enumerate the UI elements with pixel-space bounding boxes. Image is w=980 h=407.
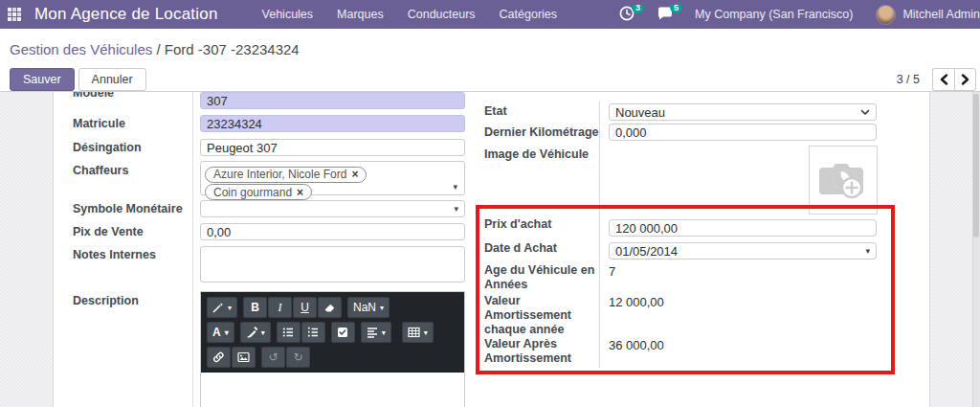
vertical-scrollbar[interactable] bbox=[972, 92, 980, 407]
font-color-button[interactable]: A ▾ bbox=[207, 322, 234, 343]
italic-button[interactable]: I bbox=[268, 297, 292, 318]
breadcrumb-separator: / bbox=[156, 41, 160, 57]
field-label-amortissement: Valeur Amortissement chaque année bbox=[484, 294, 603, 337]
tag-label: Azure Interior, Nicole Ford bbox=[213, 168, 346, 181]
pager-next-button[interactable] bbox=[954, 68, 976, 91]
editor-toolbar: ▾ B I U NaN bbox=[201, 292, 464, 372]
bold-button[interactable]: B bbox=[243, 297, 267, 318]
paragraph-align-button[interactable]: ▾ bbox=[361, 322, 391, 343]
field-label-symbole: Symbole Monétaire bbox=[73, 202, 191, 216]
matricule-input[interactable] bbox=[200, 115, 465, 132]
breadcrumb: Gestion des Véhicules / Ford -307 -23234… bbox=[10, 41, 300, 57]
pager-value: 3 / 5 bbox=[897, 73, 920, 86]
field-label-image: Image de Véhicule bbox=[484, 147, 603, 162]
cancel-button[interactable]: Annuler bbox=[78, 68, 146, 91]
apps-menu-icon[interactable] bbox=[0, 0, 29, 29]
undo-button[interactable]: ↺ bbox=[261, 347, 285, 368]
dernier-kilometrage-input[interactable] bbox=[609, 124, 877, 141]
chauffeur-tag[interactable]: Coin gourmand × bbox=[205, 184, 312, 200]
tag-remove-icon[interactable]: × bbox=[351, 168, 358, 181]
pager-previous-button[interactable] bbox=[932, 68, 954, 91]
vehicle-image-upload[interactable] bbox=[809, 146, 878, 215]
navbar-right: 3 5 My Company (San Francisco) Mitchell … bbox=[618, 5, 980, 25]
date-achat-input[interactable]: 01/05/2014 ▾ bbox=[609, 242, 877, 260]
date-achat-value: 01/05/2014 bbox=[615, 244, 865, 259]
insert-image-button[interactable] bbox=[232, 347, 256, 368]
breadcrumb-link[interactable]: Gestion des Véhicules bbox=[10, 41, 152, 57]
tag-remove-icon[interactable]: × bbox=[297, 186, 303, 199]
user-avatar[interactable] bbox=[876, 5, 896, 25]
menu-item-categories[interactable]: Catégories bbox=[500, 8, 557, 21]
table-button[interactable]: ▾ bbox=[402, 322, 434, 343]
prix-achat-input[interactable] bbox=[609, 219, 877, 237]
notes-internes-textarea[interactable] bbox=[200, 246, 465, 283]
messages-icon[interactable]: 5 bbox=[657, 5, 676, 24]
dropdown-caret-icon: ▾ bbox=[225, 328, 229, 337]
etat-select[interactable]: Nouveau bbox=[609, 103, 877, 121]
save-button[interactable]: Sauver bbox=[10, 68, 75, 91]
breadcrumb-current: Ford -307 -23234324 bbox=[165, 41, 300, 57]
picture-icon bbox=[237, 351, 250, 363]
etat-selected-value: Nouveau bbox=[615, 105, 860, 120]
main-menu: Vehicules Marques Conducteurs Catégories bbox=[262, 8, 557, 21]
app-window: Mon Agence de Location Vehicules Marques… bbox=[0, 0, 980, 407]
age-vehicule-value: 7 bbox=[609, 264, 615, 279]
underline-button[interactable]: U bbox=[293, 297, 317, 318]
prix-vente-input[interactable] bbox=[200, 223, 465, 240]
symbole-monetaire-select[interactable]: ▾ bbox=[200, 200, 465, 217]
field-label-age: Age du Véhicule en Années bbox=[484, 263, 603, 292]
modele-input[interactable] bbox=[200, 92, 465, 109]
style-wand-button[interactable]: ▾ bbox=[207, 297, 237, 318]
symbole-caret-icon: ▾ bbox=[454, 205, 458, 214]
scrollbar-thumb[interactable] bbox=[973, 94, 979, 237]
paint-brush-button[interactable]: ▾ bbox=[240, 322, 271, 343]
tag-label: Coin gourmand bbox=[213, 186, 292, 199]
link-icon bbox=[212, 351, 225, 363]
top-navbar: Mon Agence de Location Vehicules Marques… bbox=[0, 0, 980, 29]
description-edit-area[interactable] bbox=[201, 372, 464, 407]
field-label-matricule: Matricule bbox=[73, 117, 191, 131]
editor-toolbar-row1: ▾ B I U NaN bbox=[207, 297, 460, 318]
field-label-date-achat: Date d Achat bbox=[484, 241, 603, 256]
field-label-etat: Etat bbox=[484, 104, 603, 119]
activity-badge: 3 bbox=[632, 5, 644, 14]
editor-toolbar-row3: ↺ ↻ bbox=[207, 347, 460, 368]
datepicker-caret-icon: ▾ bbox=[865, 247, 870, 256]
field-label-valeur-apres: Valeur Après Amortissement bbox=[484, 337, 603, 366]
list-ol-icon bbox=[307, 327, 319, 338]
activity-clock-icon[interactable]: 3 bbox=[618, 5, 637, 24]
table-grid-icon bbox=[408, 327, 420, 338]
camera-plus-icon bbox=[817, 159, 869, 201]
designation-input[interactable] bbox=[200, 139, 465, 156]
field-label-chauffeurs: Chaffeurs bbox=[73, 164, 191, 178]
select-chevron-icon bbox=[860, 109, 870, 116]
checklist-button[interactable] bbox=[331, 322, 355, 343]
field-label-kilometrage: Dernier Kilométrage bbox=[484, 125, 603, 140]
menu-item-marques[interactable]: Marques bbox=[337, 8, 384, 21]
form-sheet: Modele Matricule Désingation Chaffeurs A… bbox=[53, 92, 930, 407]
company-switcher[interactable]: My Company (San Francisco) bbox=[695, 8, 853, 21]
field-label-notes: Notes Internes bbox=[73, 248, 191, 262]
unordered-list-button[interactable] bbox=[277, 322, 301, 343]
font-size-button[interactable]: NaN ▾ bbox=[347, 297, 390, 318]
insert-link-button[interactable] bbox=[207, 347, 231, 368]
form-workspace: Modele Matricule Désingation Chaffeurs A… bbox=[0, 92, 980, 407]
menu-item-conducteurs[interactable]: Conducteurs bbox=[408, 8, 476, 21]
description-richtext-editor: ▾ B I U NaN bbox=[200, 291, 465, 407]
align-left-icon bbox=[367, 327, 378, 338]
ordered-list-button[interactable] bbox=[301, 322, 325, 343]
chauffeurs-tags-field[interactable]: Azure Interior, Nicole Ford × Coin gourm… bbox=[200, 161, 465, 195]
chauffeurs-dropdown-icon[interactable]: ▾ bbox=[453, 183, 457, 192]
apps-grid-glyph bbox=[8, 8, 21, 21]
field-label-designation: Désingation bbox=[73, 141, 191, 155]
redo-button[interactable]: ↻ bbox=[286, 347, 310, 368]
dropdown-caret-icon: ▾ bbox=[382, 328, 386, 337]
eraser-button[interactable] bbox=[318, 297, 342, 318]
user-name[interactable]: Mitchell Admin bbox=[902, 8, 980, 21]
form-action-buttons: Sauver Annuler bbox=[10, 68, 146, 91]
menu-item-vehicules[interactable]: Vehicules bbox=[262, 8, 314, 21]
app-brand[interactable]: Mon Agence de Location bbox=[34, 5, 218, 24]
dropdown-caret-icon: ▾ bbox=[261, 328, 265, 337]
chauffeur-tag[interactable]: Azure Interior, Nicole Ford × bbox=[205, 167, 367, 183]
valeur-apres-value: 36 000,00 bbox=[609, 338, 664, 352]
